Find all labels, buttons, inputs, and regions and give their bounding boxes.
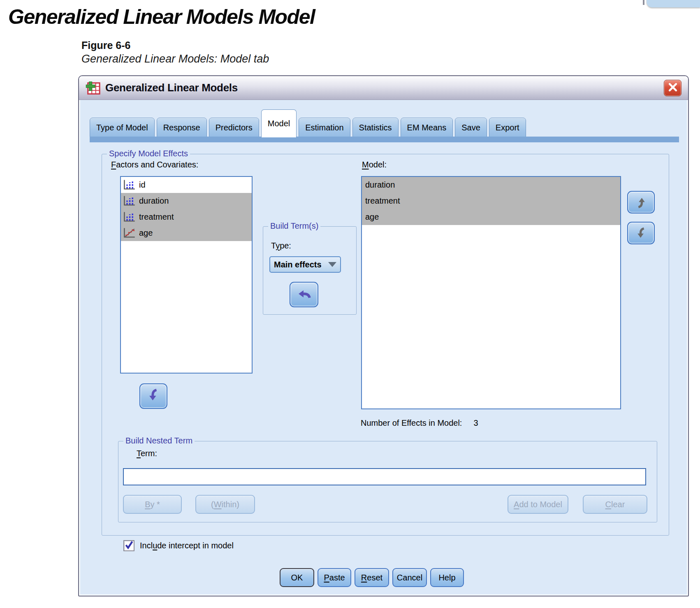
factors-item-age[interactable]: age <box>121 225 252 241</box>
spss-dialog-icon <box>86 80 101 96</box>
tab-em-means[interactable]: EM Means <box>401 118 453 137</box>
model-item-age[interactable]: age <box>362 209 620 225</box>
tab-model[interactable]: Model <box>261 109 297 137</box>
factors-item-treatment[interactable]: treatment <box>121 209 252 225</box>
model-item-label: duration <box>365 180 395 190</box>
factors-covariates-label: Factors and Covariates: <box>111 160 198 169</box>
tab-estimation[interactable]: Estimation <box>299 118 350 137</box>
curved-arrow-down-icon <box>635 227 648 240</box>
page-heading: Generalized Linear Models Model <box>8 5 315 29</box>
by-button[interactable]: By * <box>123 495 182 514</box>
check-icon <box>124 541 134 551</box>
curved-arrow-up-icon <box>635 196 648 209</box>
tab-statistics[interactable]: Statistics <box>352 118 399 137</box>
covariate-icon <box>123 227 136 239</box>
close-button[interactable] <box>664 80 681 96</box>
factors-item-label: treatment <box>139 212 174 222</box>
move-up-button[interactable] <box>627 191 655 213</box>
factors-item-duration[interactable]: duration <box>121 193 252 209</box>
dialog-titlebar[interactable]: Generalized Linear Models <box>79 76 688 100</box>
dialog-title: Generalized Linear Models <box>105 81 238 94</box>
effects-count-value: 3 <box>473 418 478 427</box>
tab-save[interactable]: Save <box>455 118 487 137</box>
term-input[interactable] <box>123 468 646 485</box>
factor-icon <box>123 211 136 223</box>
dropdown-arrow-icon <box>328 262 336 267</box>
ok-button[interactable]: OK <box>280 568 314 587</box>
type-label: Type: <box>271 241 291 251</box>
effects-count-label: Number of Effects in Model: <box>361 418 462 427</box>
top-right-partial-widget[interactable] <box>647 0 700 7</box>
term-type-value: Main effects <box>274 260 322 269</box>
effects-count-line: Number of Effects in Model:3 <box>361 418 478 428</box>
curved-arrow-down-icon <box>146 388 161 404</box>
clear-button[interactable]: Clear <box>583 495 647 514</box>
term-label: Term: <box>137 449 157 458</box>
factors-covariates-list[interactable]: id duration <box>120 176 253 374</box>
add-term-button[interactable] <box>290 282 318 307</box>
specify-model-effects-label: Specify Model Effects <box>107 149 190 158</box>
factors-item-id[interactable]: id <box>121 177 252 193</box>
tab-predictors[interactable]: Predictors <box>209 118 259 137</box>
tab-bar: Type of Model Response Predictors Model … <box>90 113 526 137</box>
model-item-label: treatment <box>365 196 400 206</box>
tab-export[interactable]: Export <box>489 118 526 137</box>
factor-icon <box>123 195 136 207</box>
move-down-button[interactable] <box>627 222 655 244</box>
cancel-button[interactable]: Cancel <box>392 568 427 587</box>
tab-type-of-model[interactable]: Type of Model <box>90 118 155 137</box>
close-icon <box>667 82 679 94</box>
tab-strip <box>90 137 679 142</box>
factors-item-label: duration <box>139 196 169 206</box>
help-button[interactable]: Help <box>430 568 464 587</box>
model-list[interactable]: duration treatment age <box>361 176 621 409</box>
include-intercept-label: Include intercept in model <box>140 541 234 550</box>
include-intercept-checkbox[interactable] <box>123 540 134 551</box>
factor-icon <box>123 179 136 191</box>
move-factors-button[interactable] <box>139 383 167 409</box>
term-type-dropdown[interactable]: Main effects <box>269 256 341 273</box>
figure-caption: Generalized Linear Models: Model tab <box>81 53 269 65</box>
tab-response[interactable]: Response <box>157 118 207 137</box>
paste-button[interactable]: Paste <box>318 568 351 587</box>
model-item-duration[interactable]: duration <box>362 177 620 193</box>
within-button[interactable]: (Within) <box>195 495 255 514</box>
page: Generalized Linear Models Model Figure 6… <box>0 0 700 608</box>
build-nested-term-label: Build Nested Term <box>123 436 195 446</box>
build-terms-label: Build Term(s) <box>268 221 320 231</box>
glm-dialog: Generalized Linear Models Type of Model … <box>78 75 689 596</box>
factors-item-label: age <box>139 228 153 238</box>
model-item-treatment[interactable]: treatment <box>362 193 620 209</box>
reset-button[interactable]: Reset <box>355 568 389 587</box>
figure-label: Figure 6-6 <box>81 39 130 51</box>
model-label: Model: <box>362 160 387 169</box>
add-to-model-button[interactable]: Add to Model <box>508 495 568 514</box>
model-item-label: age <box>365 212 379 222</box>
curved-arrow-left-icon <box>296 287 312 302</box>
factors-item-label: id <box>139 180 146 190</box>
